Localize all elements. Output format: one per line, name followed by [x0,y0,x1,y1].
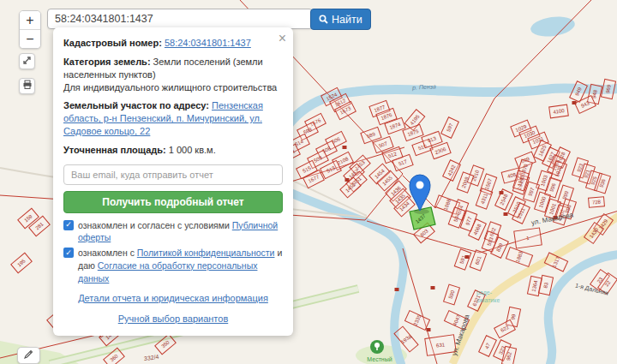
search-input[interactable] [47,9,313,29]
pencil-icon [23,349,34,362]
parcel[interactable]: 4100 [549,104,569,118]
building [465,255,470,259]
land-use-value: Для индивидуального жилищного строительс… [63,82,277,92]
search-button[interactable]: Найти [310,9,371,30]
map-label: оматике [477,297,500,303]
privacy-consent-prefix: ознакомлен с [78,248,135,258]
land-category-label: Категория земель: [63,57,151,67]
building [427,328,431,331]
area-label: Уточненная площадь: [63,145,166,155]
privacy-checkbox[interactable]: ✓ [63,248,74,258]
area-row: Уточненная площадь: 1 000 кв.м. [63,144,283,157]
map-label: раде- [476,289,493,296]
zoom-widget: + − [19,10,41,49]
get-report-button[interactable]: Получить подробный отчет [63,191,283,213]
building [345,178,350,182]
search-icon [319,15,328,24]
email-input[interactable] [63,164,283,185]
offer-consent-prefix: ознакомлен и согласен с условиями [78,220,230,230]
print-button[interactable] [19,78,35,94]
land-category-row: Категория земель: Земли поселений (земли… [63,56,283,94]
address-label: Земельный участок по адресу: [63,100,209,110]
building [431,286,435,289]
building [572,101,577,104]
zoom-in-button[interactable]: + [20,11,40,29]
cadastral-number-label: Кадастровый номер: [63,38,162,48]
draw-button[interactable] [17,347,40,364]
park-icon-trunk [376,346,378,350]
pin-shadow [414,209,429,214]
svg-text:728: 728 [592,200,602,206]
building [500,191,504,194]
parcel[interactable]: 1 [514,228,542,248]
map-label: Местный [367,356,392,362]
offer-checkbox[interactable]: ✓ [63,220,74,230]
manual-select-link[interactable]: Ручной выбор вариантов [118,313,228,324]
privacy-consent-row: ✓ ознакомлен с Политикой конфиденциально… [63,247,283,284]
area-value: 1 000 кв.м. [169,145,216,155]
building [395,288,399,291]
building [343,146,347,149]
parcel-info-panel: × Кадастровый номер: 58:24:0341801:1437 … [53,27,293,336]
cadastral-number-row: Кадастровый номер: 58:24:0341801:1437 [63,37,283,50]
offer-consent-row: ✓ ознакомлен и согласен с условиями Публ… [63,219,283,244]
building [504,212,508,216]
map-viewport[interactable]: 1524161216731676599506508509210851418715… [0,0,617,364]
parcel[interactable]: 728 [589,197,605,208]
privacy-consent-text: ознакомлен с Политикой конфиденциальност… [78,247,283,284]
pin-center-dot [416,182,424,189]
offer-consent-text: ознакомлен и согласен с условиями Публич… [78,219,283,244]
close-icon[interactable]: × [279,32,286,45]
cadastral-number-link[interactable]: 58:24:0341801:1437 [165,38,251,48]
privacy-policy-link[interactable]: Политикой конфиденциальности [137,248,275,258]
search-button-label: Найти [332,14,362,26]
personal-data-consent-link[interactable]: Согласие на обработку персональных данны… [78,260,257,283]
expand-arrows-icon [22,55,32,68]
printer-icon [22,80,33,92]
zoom-out-button[interactable]: − [20,30,40,48]
report-details-link[interactable]: Детали отчета и юридическая информация [78,293,268,303]
fullscreen-button[interactable] [19,53,35,69]
address-row: Земельный участок по адресу: Пензенская … [63,99,283,138]
